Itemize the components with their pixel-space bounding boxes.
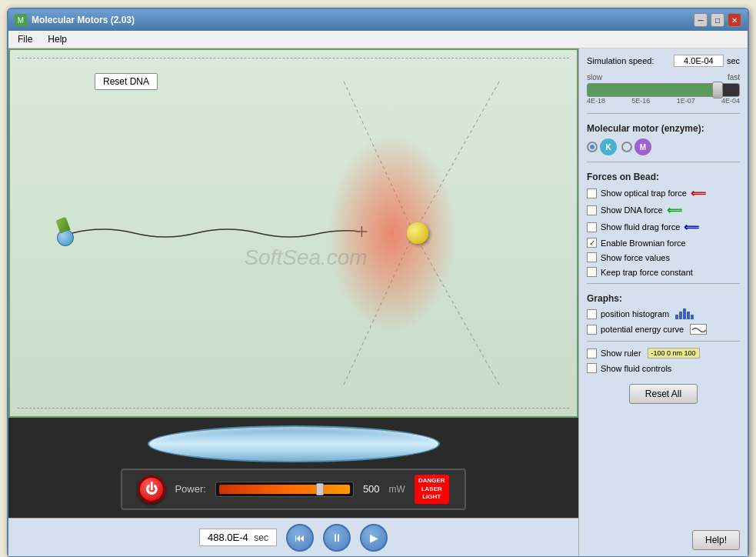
position-histogram-checkbox[interactable]: [587, 309, 597, 319]
divider-2: [587, 162, 740, 162]
speed-mark-0: 4E-18: [587, 97, 605, 105]
keep-trap-constant-checkbox[interactable]: [587, 267, 597, 277]
sim-speed-row: Simulation speed: 4.0E-04 sec: [587, 55, 740, 67]
show-fluid-controls-label: Show fluid controls: [601, 364, 671, 373]
potential-energy-label: potential energy curve: [601, 325, 684, 334]
speed-slider-track[interactable]: [587, 83, 740, 97]
show-fluid-drag-checkbox[interactable]: [587, 222, 597, 232]
power-unit: mW: [389, 484, 405, 495]
show-fluid-controls-row: Show fluid controls: [587, 363, 740, 373]
slow-label: slow: [587, 73, 602, 82]
motor-myosin-icon[interactable]: M: [634, 138, 651, 155]
right-panel: Simulation speed: 4.0E-04 sec slow fast …: [578, 48, 748, 556]
motor-radio-2[interactable]: [621, 142, 632, 152]
rewind-button[interactable]: ⏮: [286, 524, 314, 552]
help-button[interactable]: Help!: [692, 530, 740, 550]
potential-energy-row: potential energy curve: [587, 324, 740, 335]
sim-speed-unit: sec: [727, 56, 740, 65]
title-bar: M Molecular Motors (2.03) ─ □ ✕: [8, 9, 748, 31]
reset-all-button[interactable]: Reset All: [629, 384, 698, 404]
show-optical-trap-row: Show optical trap force ⟸: [587, 187, 740, 199]
show-ruler-label: Show ruler: [601, 349, 641, 358]
fast-label: fast: [728, 73, 740, 82]
show-fluid-drag-row: Show fluid drag force ⟸: [587, 221, 740, 233]
menu-help[interactable]: Help: [45, 32, 70, 46]
pause-button[interactable]: ⏸: [323, 524, 351, 552]
forces-title: Forces on Bead:: [587, 172, 740, 182]
divider-3: [587, 283, 740, 284]
show-optical-trap-checkbox[interactable]: [587, 188, 597, 198]
divider-1: [587, 113, 740, 114]
motor-radio-1[interactable]: [587, 142, 598, 152]
position-histogram-row: position histogram: [587, 309, 740, 319]
dashed-border-top: [18, 58, 569, 58]
laser-controls: ⏻ Power: 500 mW DANGER LASER LIGHT: [121, 469, 465, 509]
optical-trap-arrow-icon: ⟸: [691, 187, 706, 199]
app-icon: M: [15, 14, 27, 26]
motor-selection-row: K M: [587, 138, 740, 155]
show-optical-trap-label: Show optical trap force: [601, 188, 687, 198]
divider-4: [587, 341, 740, 342]
dashed-border-bottom: [18, 408, 569, 409]
trapped-bead: [407, 222, 428, 244]
enable-brownian-row: Enable Brownian force: [587, 238, 740, 248]
motor-option-2[interactable]: M: [621, 138, 651, 155]
time-display: 488.0E-4 sec: [199, 529, 277, 546]
dna-force-arrow-icon: ⟸: [667, 204, 682, 216]
position-histogram-label: position histogram: [601, 309, 669, 319]
motor-kinesin-icon[interactable]: K: [600, 138, 617, 155]
power-slider[interactable]: [215, 482, 354, 497]
play-button[interactable]: ▶: [360, 524, 388, 552]
speed-slider-area: slow fast 4E-18 5E-16 1E-07 4E-04: [587, 73, 740, 105]
pin-anchor: [54, 218, 77, 248]
bottom-controls: 488.0E-4 sec ⏮ ⏸ ▶: [8, 518, 578, 556]
show-dna-force-label: Show DNA force: [601, 205, 663, 215]
power-button[interactable]: ⏻: [138, 475, 165, 503]
app-window: M Molecular Motors (2.03) ─ □ ✕ File Hel…: [7, 8, 749, 557]
simulation-svg: [10, 50, 577, 416]
main-content: Reset DNA SoftSea.com: [8, 48, 748, 556]
show-dna-force-row: Show DNA force ⟸: [587, 204, 740, 216]
show-dna-force-checkbox[interactable]: [587, 205, 597, 215]
optical-trap-glow: [323, 125, 461, 341]
lens: [148, 425, 440, 462]
laser-area: ⏻ Power: 500 mW DANGER LASER LIGHT: [8, 418, 578, 518]
sim-speed-value: 4.0E-04: [674, 55, 724, 67]
power-value: 500: [363, 483, 380, 495]
histogram-icon: [675, 309, 694, 319]
show-force-values-checkbox[interactable]: [587, 252, 597, 262]
motor-option-1[interactable]: K: [587, 138, 617, 155]
potential-energy-checkbox[interactable]: [587, 325, 597, 335]
show-ruler-checkbox[interactable]: [587, 349, 597, 359]
ruler-preview: -100 0 nm 100: [648, 348, 700, 359]
danger-badge: DANGER LASER LIGHT: [415, 475, 449, 503]
close-button[interactable]: ✕: [728, 13, 741, 27]
maximize-button[interactable]: □: [711, 13, 724, 27]
reset-dna-button[interactable]: Reset DNA: [95, 73, 158, 90]
sim-speed-label: Simulation speed:: [587, 56, 671, 65]
speed-mark-3: 4E-04: [721, 97, 740, 105]
show-ruler-row: Show ruler -100 0 nm 100: [587, 348, 740, 359]
speed-mark-2: 1E-07: [677, 97, 695, 105]
simulation-area: Reset DNA SoftSea.com: [8, 48, 578, 556]
fluid-drag-arrow-icon: ⟸: [684, 221, 699, 233]
menu-bar: File Help: [8, 31, 748, 48]
speed-slider-thumb[interactable]: [712, 82, 723, 98]
minimize-button[interactable]: ─: [694, 13, 708, 27]
show-fluid-controls-checkbox[interactable]: [587, 363, 597, 373]
energy-curve-icon: [690, 324, 707, 335]
canvas-area: Reset DNA SoftSea.com: [8, 48, 578, 418]
power-label: Power:: [175, 483, 205, 495]
keep-trap-constant-row: Keep trap force constant: [587, 267, 740, 277]
window-title: Molecular Motors (2.03): [32, 15, 135, 25]
time-unit: sec: [254, 532, 268, 543]
speed-mark-1: 5E-16: [631, 97, 650, 105]
molecular-motor-title: Molecular motor (enzyme):: [587, 123, 740, 134]
show-force-values-label: Show force values: [601, 253, 670, 262]
menu-file[interactable]: File: [15, 32, 35, 46]
show-fluid-drag-label: Show fluid drag force: [601, 222, 680, 232]
enable-brownian-checkbox[interactable]: [587, 238, 597, 248]
time-value: 488.0E-4: [208, 532, 248, 543]
graphs-title: Graphs:: [587, 293, 740, 304]
show-force-values-row: Show force values: [587, 252, 740, 262]
